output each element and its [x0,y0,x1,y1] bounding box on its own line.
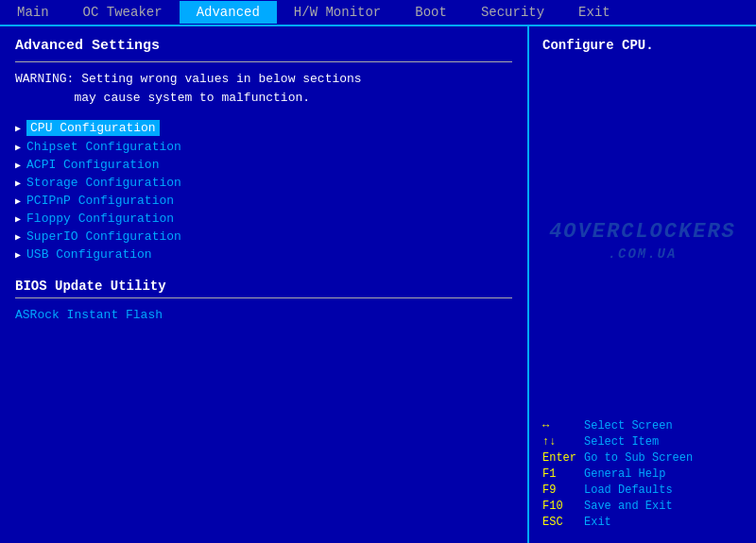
asrock-instant-flash[interactable]: ASRock Instant Flash [15,308,512,322]
menu-list-item-floppy-config[interactable]: ▶Floppy Configuration [15,212,512,226]
utility-divider [15,297,512,298]
menu-list-item-storage-config[interactable]: ▶Storage Configuration [15,176,512,190]
key-row: ↔Select Screen [542,419,743,433]
menu-link-pcipnp-config[interactable]: PCIPnP Configuration [26,194,174,208]
key-symbol: F9 [542,484,584,497]
key-desc: Save and Exit [584,500,673,513]
key-symbol: F10 [542,500,584,513]
left-panel: Advanced Settings WARNING: Setting wrong… [0,26,529,543]
watermark-line2: .COM.UA [549,246,736,263]
menu-item-boot[interactable]: Boot [398,1,464,24]
key-row: F9Load Defaults [542,484,743,497]
menu-list-item-chipset-config[interactable]: ▶Chipset Configuration [15,140,512,154]
arrow-icon-floppy-config: ▶ [15,213,21,225]
key-symbol: Enter [542,451,584,465]
key-desc: Go to Sub Screen [584,451,693,465]
warning-line1: WARNING: Setting wrong values in below s… [15,72,362,105]
arrow-icon-chipset-config: ▶ [15,142,21,153]
menu-list-item-usb-config[interactable]: ▶USB Configuration [15,247,512,262]
menu-list-item-acpi-config[interactable]: ▶ACPI Configuration [15,158,512,172]
right-panel: Configure CPU. 4OVERCLOCKERS .COM.UA ↔Se… [529,26,756,543]
menu-item-security[interactable]: Security [464,1,561,24]
key-desc: Exit [584,516,611,529]
left-panel-title: Advanced Settings [15,38,512,54]
utility-section-label: BIOS Update Utility [15,279,512,294]
arrow-icon-storage-config: ▶ [15,178,21,189]
menu-link-floppy-config[interactable]: Floppy Configuration [26,212,174,226]
arrow-icon-cpu-config: ▶ [15,123,21,134]
menu-item-oc-tweaker[interactable]: OC Tweaker [66,1,180,24]
arrow-icon-pcipnp-config: ▶ [15,195,21,207]
key-row: ESCExit [542,516,743,529]
key-row: F1General Help [542,467,743,481]
key-desc: General Help [584,467,665,481]
menu-link-usb-config[interactable]: USB Configuration [26,247,152,262]
menu-item-hw-monitor[interactable]: H/W Monitor [277,1,398,24]
menu-item-main[interactable]: Main [0,1,66,24]
warning-text: WARNING: Setting wrong values in below s… [15,70,512,107]
key-desc: Load Defaults [584,484,673,497]
menu-list-item-pcipnp-config[interactable]: ▶PCIPnP Configuration [15,194,512,208]
key-symbol: ↔ [542,419,584,433]
menu-link-storage-config[interactable]: Storage Configuration [26,176,181,190]
main-content: Advanced Settings WARNING: Setting wrong… [0,26,756,543]
watermark-area: 4OVERCLOCKERS .COM.UA [542,62,743,419]
key-row: EnterGo to Sub Screen [542,451,743,465]
advanced-menu-list: ▶CPU Configuration▶Chipset Configuration… [15,120,512,262]
right-panel-title: Configure CPU. [542,38,743,53]
menu-link-superio-config[interactable]: SuperIO Configuration [26,229,181,244]
arrow-icon-superio-config: ▶ [15,231,21,243]
menu-item-exit[interactable]: Exit [561,1,627,24]
watermark: 4OVERCLOCKERS .COM.UA [549,219,736,263]
menu-link-cpu-config[interactable]: CPU Configuration [26,120,160,136]
key-symbol: ↑↓ [542,435,584,449]
key-symbol: ESC [542,516,584,529]
arrow-icon-usb-config: ▶ [15,249,21,261]
menu-link-acpi-config[interactable]: ACPI Configuration [26,158,159,172]
top-menu-bar: MainOC TweakerAdvancedH/W MonitorBootSec… [0,0,756,26]
key-symbol: F1 [542,467,584,481]
key-desc: Select Item [584,435,659,449]
menu-item-advanced[interactable]: Advanced [180,1,277,24]
watermark-line1: 4OVERCLOCKERS [549,220,736,244]
menu-link-chipset-config[interactable]: Chipset Configuration [26,140,181,154]
key-legend: ↔Select Screen↑↓Select ItemEnterGo to Su… [542,419,743,532]
title-divider [15,61,512,62]
menu-list-item-superio-config[interactable]: ▶SuperIO Configuration [15,229,512,244]
menu-list-item-cpu-config[interactable]: ▶CPU Configuration [15,120,512,136]
key-row: ↑↓Select Item [542,435,743,449]
arrow-icon-acpi-config: ▶ [15,160,21,171]
key-row: F10Save and Exit [542,500,743,513]
key-desc: Select Screen [584,419,673,433]
